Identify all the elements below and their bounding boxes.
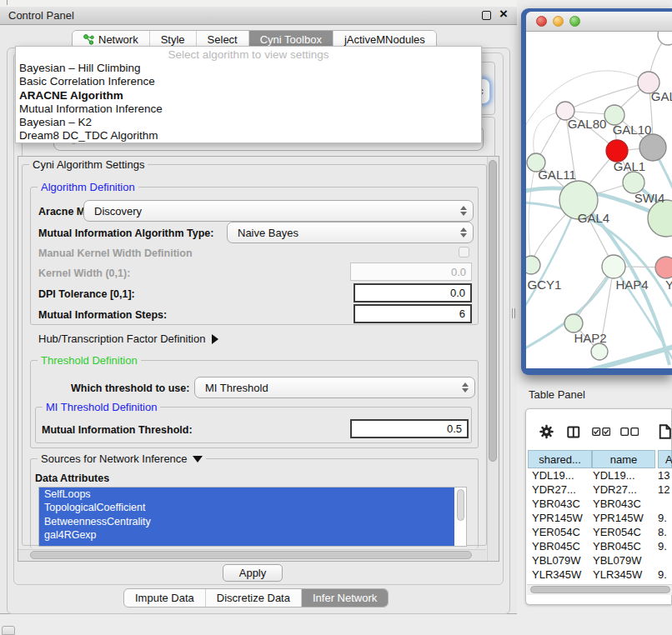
table-row[interactable]: YBR045CYBR045C9. — [527, 539, 672, 553]
top-tick — [7, 0, 8, 5]
network-node-HAP4[interactable] — [602, 255, 625, 278]
algorithm-option[interactable]: Bayesian – Hill Climbing — [16, 62, 481, 75]
tab-label: Network — [98, 33, 138, 46]
expanded-arrow-icon[interactable] — [193, 456, 203, 462]
hub-section-label: Hub/Transcription Factor Definition — [38, 332, 205, 345]
node-label-GAL2: GAL2 — [651, 89, 672, 103]
aracne-mode-combo[interactable]: Discovery — [83, 200, 474, 222]
attribute-item[interactable]: TopologicalCoefficient — [39, 501, 454, 514]
which-threshold-combo[interactable]: MI Threshold — [194, 377, 475, 398]
table-row[interactable]: YER054CYER054C8. — [527, 525, 672, 539]
table-cell: YBL079W — [591, 554, 656, 567]
network-node-SWI4[interactable] — [648, 200, 672, 237]
table-cell: YER054C — [591, 526, 656, 538]
dropdown-placeholder: Select algorithm to view settings — [16, 47, 481, 62]
table-cell: YBL079W — [527, 554, 591, 567]
algorithm-option[interactable]: Dream8 DC_TDC Algorithm — [16, 129, 481, 142]
tab-label: Select — [208, 33, 238, 46]
attr-list-scrollbar[interactable] — [454, 488, 465, 545]
column-header-shared[interactable]: shared... — [528, 450, 592, 468]
dock-mini-button[interactable] — [2, 626, 15, 635]
network-node-gray-node[interactable] — [639, 134, 666, 161]
mi-threshold-field[interactable]: 0.5 — [350, 419, 469, 438]
control-panel-titlebar: Control Panel — [0, 7, 517, 25]
node-label-GAL4: GAL4 — [578, 211, 609, 225]
network-node-unlabeled-top[interactable] — [658, 32, 672, 45]
split-pane-handle[interactable] — [512, 308, 515, 318]
hub-section-toggle[interactable]: Hub/Transcription Factor Definition — [38, 332, 218, 345]
apply-button[interactable]: Apply — [223, 564, 283, 582]
tab-label: Cyni Toolbox — [260, 33, 322, 46]
dpi-tolerance-value: 0.0 — [450, 287, 465, 299]
tab-label: jActiveMNodules — [344, 33, 425, 46]
attr-partial-row — [39, 542, 454, 547]
mi-threshold-value: 0.5 — [447, 422, 462, 435]
horizontal-scrollbar-thumb[interactable] — [30, 551, 472, 559]
attribute-item[interactable]: gal4RGexp — [39, 528, 454, 542]
algorithm-option[interactable]: Basic Correlation Inference — [16, 75, 481, 88]
table-panel-title: Table Panel — [529, 388, 585, 401]
algorithm-dropdown: Select algorithm to view settings Bayesi… — [15, 46, 482, 143]
tab-impute-data[interactable]: Impute Data — [124, 589, 206, 607]
network-node-salmon-node[interactable] — [655, 257, 672, 278]
minimize-traffic-light-icon[interactable] — [553, 16, 564, 27]
cyni-bottom-tabs: Impute Data Discretize Data Infer Networ… — [123, 588, 389, 608]
table-body: YDL19...YDL19...13YDR27...YDR27...12YBR0… — [527, 468, 672, 584]
table-cell: YBR043C — [527, 498, 591, 510]
table-cell: YDR27... — [527, 483, 591, 496]
tab-label: Impute Data — [135, 592, 194, 604]
table-cell: YDR27... — [591, 483, 656, 496]
algorithm-option[interactable]: ARACNE Algorithm — [16, 89, 481, 102]
attr-list-scrollbar-thumb[interactable] — [457, 489, 464, 521]
tab-infer-network[interactable]: Infer Network — [302, 589, 388, 607]
attribute-item[interactable]: SelfLoops — [39, 488, 454, 501]
new-table-icon[interactable] — [659, 422, 672, 441]
zoom-traffic-light-icon[interactable] — [569, 16, 580, 27]
settings-gear-icon[interactable] — [539, 422, 554, 441]
table-cell: YPR145W — [527, 512, 591, 524]
network-canvas[interactable]: GAL2GAL80GAL10GAL1GAL11GAL4SWI4GCY1HAP4Y… — [526, 32, 672, 368]
table-row[interactable]: YPR145WYPR145W9. — [527, 511, 672, 525]
algorithm-option[interactable]: Mutual Information Inference — [16, 102, 481, 116]
table-cell: YPR145W — [591, 512, 656, 524]
select-all-checkboxes-icon[interactable] — [592, 427, 610, 437]
node-label-SWI4: SWI4 — [634, 191, 665, 205]
mi-steps-label: Mutual Information Steps: — [38, 309, 167, 321]
table-row[interactable]: YLR345WYLR345W9. — [527, 568, 672, 582]
close-traffic-light-icon[interactable] — [536, 16, 547, 27]
node-label-GAL80: GAL80 — [568, 117, 607, 131]
mi-steps-field[interactable]: 6 — [354, 304, 472, 323]
table-horizontal-scrollbar-thumb[interactable] — [530, 586, 670, 593]
column-view-icon[interactable] — [567, 425, 580, 439]
attribute-item[interactable]: BetweennessCentrality — [39, 515, 454, 528]
algorithm-option[interactable]: Bayesian – K2 — [16, 116, 481, 129]
table-cell: YBR043C — [591, 498, 656, 510]
table-row[interactable]: YDL19...YDL19...13 — [527, 468, 672, 482]
float-window-icon[interactable] — [482, 11, 491, 20]
close-icon[interactable]: × — [497, 5, 510, 23]
network-node-GCY1[interactable] — [526, 256, 540, 274]
tab-discretize-data[interactable]: Discretize Data — [206, 589, 302, 607]
node-label-HAP2: HAP2 — [574, 331, 606, 345]
dpi-tolerance-label: DPI Tolerance [0,1]: — [38, 288, 135, 300]
node-label-GAL1: GAL1 — [614, 159, 645, 173]
unselect-all-checkboxes-icon[interactable] — [620, 427, 639, 437]
node-label-HAP4: HAP4 — [615, 278, 648, 292]
network-window-titlebar[interactable] — [526, 12, 672, 32]
column-header-partial[interactable]: A — [658, 450, 672, 468]
which-threshold-value: MI Threshold — [205, 382, 268, 394]
network-icon — [83, 34, 94, 45]
network-node-unlabeled-bottom[interactable] — [591, 343, 608, 360]
table-row[interactable]: YBR043CYBR043C — [527, 497, 672, 511]
vertical-scrollbar-thumb[interactable] — [489, 160, 497, 462]
dpi-tolerance-field[interactable]: 0.0 — [354, 283, 472, 302]
table-cell: YLR345W — [591, 568, 656, 581]
table-row[interactable]: YDR27...YDR27...12 — [527, 482, 672, 497]
group-title: Algorithm Definition — [38, 181, 138, 193]
column-header-name[interactable]: name — [592, 450, 655, 468]
manual-kernel-checkbox[interactable] — [459, 247, 469, 258]
table-row[interactable]: YBL079WYBL079W — [527, 553, 672, 568]
network-node-HAP2[interactable] — [564, 314, 583, 332]
mi-type-combo[interactable]: Naive Bayes — [227, 222, 474, 243]
data-attributes-list[interactable]: SelfLoopsTopologicalCoefficientBetweenne… — [38, 487, 467, 547]
